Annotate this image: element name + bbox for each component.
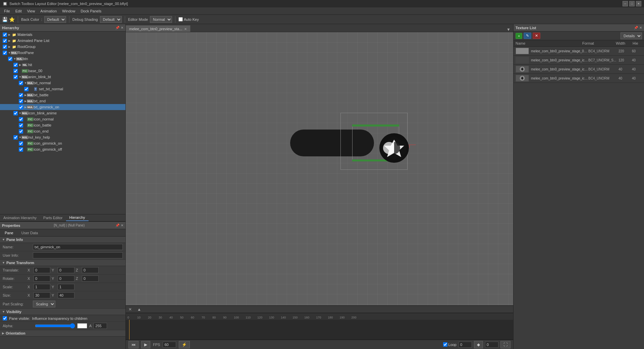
alpha-value-input[interactable] (94, 323, 107, 329)
editor-tab-main[interactable]: melee_com_btn0_preview_sta... ✕ (126, 26, 191, 32)
tree-arrow[interactable]: ▶ (18, 63, 22, 67)
pane-transform-section-header[interactable]: ▼ Pane Transform (0, 260, 125, 266)
tree-checkbox[interactable] (19, 141, 23, 146)
tree-checkbox[interactable] (13, 69, 18, 73)
scale-x-input[interactable] (34, 284, 50, 290)
tree-checkbox[interactable] (19, 117, 23, 121)
name-input[interactable] (33, 244, 123, 250)
menu-animation[interactable]: Animation (38, 8, 59, 14)
auto-key-checkbox[interactable] (178, 17, 183, 21)
orientation-section-header[interactable]: ▶ Orientation (0, 330, 125, 337)
tree-checkbox[interactable] (19, 105, 23, 109)
list-item[interactable]: ▶ 📁 RootGroup (0, 44, 125, 50)
list-item[interactable]: ▶ PIC icon_normal (0, 116, 125, 122)
tree-checkbox[interactable] (13, 75, 18, 79)
hierarchy-close-button[interactable]: ✕ (121, 26, 123, 30)
list-item[interactable]: ▶ PIC base_00 (0, 68, 125, 74)
list-item[interactable]: ▶ PIC icon_gimmick_on (0, 140, 125, 146)
list-item[interactable]: ▶ NUL txt_battle (0, 92, 125, 98)
list-item[interactable]: ▼ NUL anim_blink_bt (0, 74, 125, 80)
list-item[interactable]: ▶ NUL txt_gimmick_on (0, 104, 125, 110)
tree-checkbox[interactable] (19, 81, 23, 85)
loop-checkbox-label[interactable]: Loop (443, 342, 457, 347)
menu-dock-panels[interactable]: Dock Panels (78, 8, 104, 14)
properties-close-button[interactable]: ✕ (121, 223, 123, 227)
timeline-back-button[interactable]: ⏮ (128, 341, 139, 348)
texture-row[interactable]: melee_com_btn0_preview_stage_icon_03's B… (514, 74, 644, 83)
list-item[interactable]: ▼ NUL RootPane (0, 50, 125, 56)
tree-checkbox[interactable] (3, 39, 7, 43)
tab-dropdown-button[interactable]: ▼ (504, 27, 513, 32)
tree-checkbox[interactable] (19, 123, 23, 128)
tab-close-button[interactable]: ✕ (184, 27, 187, 31)
fps-input[interactable] (163, 342, 176, 348)
properties-pin-button[interactable]: 📌 (115, 223, 119, 227)
menu-window[interactable]: Window (59, 8, 78, 14)
tree-checkbox[interactable] (13, 63, 18, 67)
list-item[interactable]: ▼ NUL btn (0, 56, 125, 62)
tree-checkbox[interactable] (19, 147, 23, 152)
texture-edit-button[interactable]: ✎ (524, 33, 531, 39)
tree-arrow[interactable]: ▶ (7, 45, 11, 49)
maximize-button[interactable]: □ (629, 1, 635, 6)
texture-row[interactable]: melee_com_btn0_preview_stage_icon_02's B… (514, 65, 644, 74)
tab-parts-editor[interactable]: Parts Editor (40, 214, 66, 221)
close-button[interactable]: ✕ (636, 1, 641, 6)
list-item[interactable]: ▼ NUL icon_blink_anime (0, 110, 125, 116)
list-item[interactable]: ▶ PIC icon_end (0, 128, 125, 134)
texture-panel-pin-button[interactable]: 📌 (634, 26, 638, 30)
canvas-area[interactable] (126, 32, 513, 305)
tree-checkbox[interactable] (19, 93, 23, 97)
menu-file[interactable]: File (1, 8, 13, 14)
part-scaling-dropdown[interactable]: Scaling (33, 301, 55, 307)
tree-checkbox[interactable] (13, 135, 18, 140)
texture-row[interactable]: melee_com_btn0_preview_stage_00_bg_stage… (514, 47, 644, 56)
pane-info-section-header[interactable]: ▼ Pane Info (0, 237, 125, 243)
tree-arrow[interactable]: ▶ (7, 33, 11, 37)
loop-checkbox[interactable] (443, 342, 447, 347)
texture-row[interactable]: melee_com_btn0_preview_stage_icon_01's B… (514, 56, 644, 65)
timeline-keyframe-button[interactable]: ◆ (474, 341, 483, 348)
frame-input[interactable] (485, 342, 498, 348)
list-item[interactable]: ▶ PIC icon_battle (0, 122, 125, 128)
menu-view[interactable]: View (24, 8, 38, 14)
timeline-close-icon[interactable]: ✕ (126, 307, 135, 312)
translate-y-input[interactable] (58, 267, 74, 273)
texture-add-button[interactable]: + (516, 33, 522, 39)
scale-y-input[interactable] (58, 284, 74, 290)
tab-hierarchy[interactable]: Hierarchy (66, 214, 89, 221)
tree-checkbox[interactable] (19, 99, 23, 103)
properties-controls[interactable]: 📌 ✕ (115, 223, 123, 227)
hierarchy-pin-button[interactable]: 📌 (115, 26, 119, 30)
texture-panel-close-button[interactable]: ✕ (639, 26, 642, 30)
timeline-play-button[interactable]: ▶ (141, 341, 150, 348)
loop-value-input[interactable] (459, 342, 472, 348)
tree-checkbox[interactable] (13, 111, 18, 115)
visibility-section-header[interactable]: ▼ Visibility (0, 309, 125, 315)
translate-z-input[interactable] (82, 267, 99, 273)
size-y-input[interactable] (58, 292, 74, 298)
auto-key-checkbox-label[interactable]: Auto Key (178, 17, 199, 21)
alpha-slider[interactable] (35, 323, 75, 329)
debug-shading-dropdown[interactable]: Default (100, 16, 122, 23)
timeline-icon-button[interactable]: ⚡ (179, 341, 190, 348)
rotate-y-input[interactable] (58, 276, 74, 282)
title-bar-controls[interactable]: ─ □ ✕ (623, 1, 641, 6)
timeline-expand-button[interactable]: ⛶ (500, 341, 511, 348)
texture-delete-button[interactable]: ✕ (533, 33, 540, 39)
minimize-button[interactable]: ─ (623, 1, 628, 6)
editor-mode-dropdown[interactable]: Normal (150, 16, 172, 23)
user-info-input[interactable] (33, 252, 123, 258)
texture-view-dropdown[interactable]: Details (621, 33, 642, 39)
tab-pane[interactable]: Pane (2, 230, 16, 236)
list-item[interactable]: ▶ PIC icon_gimmick_off (0, 146, 125, 152)
tree-arrow[interactable]: ▶ (7, 39, 11, 43)
rotate-z-input[interactable] (82, 276, 99, 282)
tab-user-data[interactable]: User Data (19, 230, 41, 236)
list-item[interactable]: ▼ NUL nul_key_help (0, 134, 125, 140)
tree-checkbox[interactable] (3, 51, 7, 55)
pane-visible-checkbox[interactable] (3, 316, 7, 320)
rotate-x-input[interactable] (34, 276, 50, 282)
texture-panel-controls[interactable]: 📌 ✕ (634, 26, 642, 30)
tree-checkbox[interactable] (24, 87, 29, 91)
